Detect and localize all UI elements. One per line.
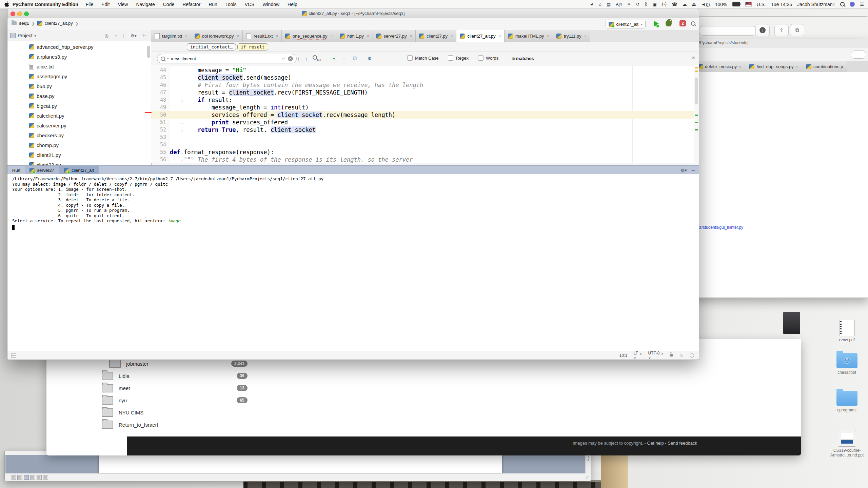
script-icon[interactable]: ⟨·⟩ <box>662 2 667 7</box>
drive-folder-row[interactable]: Lidia39 <box>102 370 248 382</box>
select-all-occurrences-icon[interactable]: ☑ <box>353 56 357 61</box>
tab-close-icon[interactable]: × <box>237 34 239 38</box>
siri-icon[interactable] <box>850 2 855 7</box>
tab-close-icon[interactable]: × <box>547 34 549 38</box>
menu-code[interactable]: Code <box>159 2 178 7</box>
menu-view[interactable]: View <box>114 2 132 7</box>
wifi-icon[interactable]: ☁ <box>683 2 687 7</box>
input-source-label[interactable]: U.S. <box>757 2 766 7</box>
menu-window[interactable]: Window <box>258 2 283 7</box>
battery-icon[interactable] <box>732 2 740 6</box>
match-case-option[interactable]: Match Case <box>407 55 438 61</box>
fast-user-switch-name[interactable]: Jacob Shutzman1 <box>797 2 835 7</box>
checkbox-icon[interactable] <box>478 55 484 61</box>
project-file[interactable]: checkers.py <box>7 130 151 140</box>
menu-navigate[interactable]: Navigate <box>132 2 159 7</box>
browser-search-field[interactable] <box>699 26 757 36</box>
close-window-button[interactable] <box>11 12 15 16</box>
context-pill[interactable]: initial_contact… <box>187 43 236 50</box>
line-number[interactable]: 54 <box>151 141 166 148</box>
line-number[interactable]: 44 <box>151 66 166 74</box>
minimize-window-button[interactable] <box>17 12 22 16</box>
time-machine-icon[interactable]: ↺ <box>636 2 640 7</box>
previous-occurrence-icon[interactable]: ↑ <box>297 56 300 61</box>
editor-tab-html1.py[interactable]: html1.py× <box>336 30 373 42</box>
search-history-chevron-icon[interactable]: ▾ <box>167 57 169 60</box>
drive-folder-row[interactable]: meet13 <box>102 382 248 394</box>
run-config-fragment[interactable] <box>851 50 866 59</box>
editor-error-stripe[interactable] <box>694 65 699 163</box>
tab-close-icon[interactable]: × <box>739 65 741 69</box>
project-file[interactable]: b64.py <box>7 81 151 91</box>
search-filter-gear-icon[interactable]: ⚙ <box>368 56 372 61</box>
editor-tab-result1.txt[interactable]: result1.txt× <box>243 30 282 42</box>
background-editor-tab-delete_music.py[interactable]: delete_music.py× <box>694 61 745 72</box>
line-separator-selector[interactable]: LF ▲▼ <box>633 351 642 360</box>
menu-edit[interactable]: Edit <box>97 2 114 7</box>
caret-position[interactable]: 10:1 <box>619 353 627 358</box>
tab-close-icon[interactable]: × <box>585 34 587 38</box>
line-number[interactable]: 51 <box>151 119 166 126</box>
stripe-mark-change[interactable] <box>695 122 698 123</box>
editor-tab-doHomework.py[interactable]: doHomework.py× <box>191 30 243 42</box>
breadcrumb-file[interactable]: client27_alt.py <box>45 21 73 26</box>
menu-file[interactable]: File <box>82 2 98 7</box>
minimize-panel-icon[interactable]: ─ <box>692 168 695 173</box>
notifications-icon[interactable] <box>690 353 694 358</box>
close-search-icon[interactable]: ✕ <box>691 55 695 61</box>
desktop-icon-ppt[interactable]: CS319-course-Armstro...ound.ppt <box>830 430 864 458</box>
location-icon[interactable]: ➤ <box>589 1 595 7</box>
project-file[interactable]: assertpgm.py <box>7 72 151 81</box>
console-file-link[interactable]: cts/students/gui_tkinter.py <box>696 225 743 230</box>
menu-refactor[interactable]: Refactor <box>178 2 204 7</box>
stripe-mark-change[interactable] <box>695 129 698 130</box>
clear-search-icon[interactable]: ✕ <box>288 56 293 61</box>
search-input[interactable]: ▾ recv_timeout ↵ ✕ <box>157 54 297 63</box>
view-mode-icon[interactable] <box>11 475 16 480</box>
drive-folder-row[interactable]: nyu65 <box>102 394 248 406</box>
tool-window-toggle-icon[interactable] <box>12 353 16 358</box>
run-settings-gear-icon[interactable]: ⚙▾ <box>681 168 687 173</box>
copy-button[interactable]: ⧉ <box>790 24 804 36</box>
menu-help[interactable]: Help <box>283 2 301 7</box>
tab-close-icon[interactable]: × <box>276 34 278 38</box>
tab-close-icon[interactable]: × <box>796 65 798 69</box>
desktop-icon-spiral-pdf[interactable]: שוצמ.pdf <box>832 320 861 342</box>
view-mode-icon[interactable] <box>30 475 35 480</box>
checkbox-icon[interactable] <box>448 55 453 61</box>
window-title-bar[interactable]: client27_alt.py - seq1 - [~/PycharmProje… <box>7 9 699 18</box>
line-number[interactable]: 53 <box>151 134 166 141</box>
next-occurrence-icon[interactable]: ↓ <box>305 56 308 61</box>
remote-desktop-icon[interactable]: ⌂ <box>599 2 601 7</box>
checkbox-icon[interactable] <box>407 55 413 61</box>
editor-tab-try111.py[interactable]: try111.py× <box>553 30 590 42</box>
input-source-flag-icon[interactable] <box>745 2 752 6</box>
project-file[interactable]: advanced_http_server.py <box>7 42 151 52</box>
run-tab-client27_alt[interactable]: client27_alt <box>59 166 99 175</box>
editor-tab-makeHTML.py[interactable]: makeHTML.py× <box>505 30 553 42</box>
project-file[interactable]: airplanes3.py <box>7 52 151 62</box>
tab-close-icon[interactable]: × <box>410 34 412 38</box>
run-console[interactable]: /Library/Frameworks/Python.framework/Ver… <box>7 174 699 351</box>
notification-center-icon[interactable]: ☰ <box>860 2 864 7</box>
context-pill[interactable]: if result <box>237 43 268 50</box>
project-scrollbar-thumb[interactable] <box>147 46 150 58</box>
find-all-icon[interactable]: ALL <box>313 55 322 62</box>
desktop-icon-cprograms[interactable]: cprograms <box>832 391 861 412</box>
editor-tab-server27.py[interactable]: server27.py× <box>373 30 416 42</box>
view-mode-icon-selected[interactable] <box>24 475 29 480</box>
zoom-window-button[interactable] <box>24 12 29 16</box>
locate-file-icon[interactable]: ◎ <box>103 33 111 38</box>
hide-panel-icon[interactable]: ⊢ <box>141 33 149 38</box>
project-file[interactable]: client21.py <box>7 150 151 160</box>
line-number[interactable]: 56 <box>151 156 166 163</box>
line-number[interactable]: 55 <box>151 148 166 156</box>
project-file[interactable]: calcserver.py <box>7 121 151 130</box>
eject-icon[interactable]: ⏏ <box>692 2 696 7</box>
breadcrumb-project[interactable]: seq1 <box>19 21 29 26</box>
stripe-mark-warning[interactable] <box>695 70 698 72</box>
code-editor[interactable]: 44 message = "Hi"45 client_socket.send(m… <box>151 65 699 163</box>
menu-bar-clock[interactable]: Tue 14:35 <box>771 2 792 7</box>
keyboard-brightness-icon[interactable]: ☀ <box>627 2 631 7</box>
tab-close-icon[interactable]: × <box>499 34 501 38</box>
